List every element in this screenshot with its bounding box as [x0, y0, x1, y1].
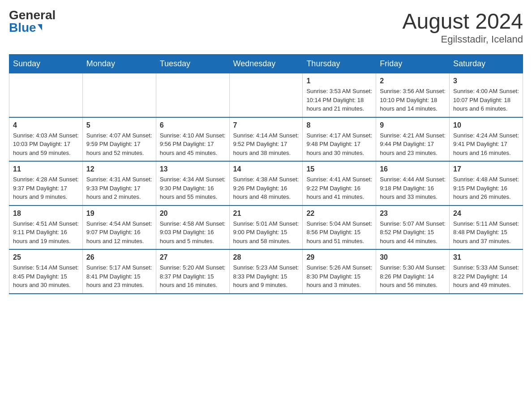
- calendar-cell: 1Sunrise: 3:53 AM Sunset: 10:14 PM Dayli…: [303, 73, 376, 117]
- day-info: Sunrise: 5:11 AM Sunset: 8:48 PM Dayligh…: [453, 219, 519, 246]
- day-info: Sunrise: 4:14 AM Sunset: 9:52 PM Dayligh…: [233, 131, 299, 158]
- calendar-week-2: 4Sunrise: 4:03 AM Sunset: 10:03 PM Dayli…: [9, 117, 523, 162]
- calendar-cell: 23Sunrise: 5:07 AM Sunset: 8:52 PM Dayli…: [376, 206, 450, 250]
- calendar-cell: 18Sunrise: 4:51 AM Sunset: 9:11 PM Dayli…: [9, 206, 83, 250]
- day-info: Sunrise: 5:01 AM Sunset: 9:00 PM Dayligh…: [233, 219, 299, 246]
- day-info: Sunrise: 3:53 AM Sunset: 10:14 PM Daylig…: [306, 87, 372, 113]
- calendar-table: SundayMondayTuesdayWednesdayThursdayFrid…: [9, 54, 523, 294]
- title-area: August 2024 Egilsstadir, Iceland: [402, 9, 523, 45]
- calendar-cell: [229, 73, 303, 117]
- day-number: 11: [13, 165, 79, 173]
- logo-blue-text: Blue: [9, 21, 42, 34]
- weekday-header-thursday: Thursday: [303, 55, 376, 73]
- day-number: 12: [86, 165, 152, 173]
- day-number: 7: [233, 121, 299, 129]
- day-number: 24: [453, 210, 519, 218]
- day-info: Sunrise: 5:26 AM Sunset: 8:30 PM Dayligh…: [306, 263, 372, 290]
- calendar-cell: 21Sunrise: 5:01 AM Sunset: 9:00 PM Dayli…: [229, 206, 303, 250]
- calendar-cell: 7Sunrise: 4:14 AM Sunset: 9:52 PM Daylig…: [229, 117, 303, 162]
- day-number: 29: [306, 253, 372, 261]
- day-info: Sunrise: 5:17 AM Sunset: 8:41 PM Dayligh…: [86, 263, 152, 290]
- day-info: Sunrise: 4:10 AM Sunset: 9:56 PM Dayligh…: [160, 131, 226, 158]
- day-info: Sunrise: 4:48 AM Sunset: 9:15 PM Dayligh…: [453, 175, 519, 201]
- calendar-cell: 6Sunrise: 4:10 AM Sunset: 9:56 PM Daylig…: [156, 117, 229, 162]
- day-info: Sunrise: 4:34 AM Sunset: 9:30 PM Dayligh…: [160, 175, 226, 201]
- calendar-cell: 15Sunrise: 4:41 AM Sunset: 9:22 PM Dayli…: [303, 161, 376, 206]
- calendar-cell: 29Sunrise: 5:26 AM Sunset: 8:30 PM Dayli…: [303, 249, 376, 294]
- day-info: Sunrise: 4:03 AM Sunset: 10:03 PM Daylig…: [13, 131, 79, 158]
- day-number: 20: [160, 210, 226, 218]
- weekday-header-monday: Monday: [82, 55, 156, 73]
- calendar-cell: 5Sunrise: 4:07 AM Sunset: 9:59 PM Daylig…: [82, 117, 156, 162]
- calendar-cell: [9, 73, 83, 117]
- logo: General Blue: [9, 9, 56, 34]
- day-info: Sunrise: 4:21 AM Sunset: 9:44 PM Dayligh…: [380, 131, 446, 158]
- calendar-week-1: 1Sunrise: 3:53 AM Sunset: 10:14 PM Dayli…: [9, 73, 523, 117]
- day-number: 17: [453, 165, 519, 173]
- day-number: 5: [86, 121, 152, 129]
- day-number: 18: [13, 210, 79, 218]
- day-info: Sunrise: 4:44 AM Sunset: 9:18 PM Dayligh…: [380, 175, 446, 201]
- day-info: Sunrise: 5:33 AM Sunset: 8:22 PM Dayligh…: [453, 263, 519, 290]
- calendar-cell: 28Sunrise: 5:23 AM Sunset: 8:33 PM Dayli…: [229, 249, 303, 294]
- day-info: Sunrise: 5:23 AM Sunset: 8:33 PM Dayligh…: [233, 263, 299, 290]
- day-number: 4: [13, 121, 79, 129]
- calendar-cell: 12Sunrise: 4:31 AM Sunset: 9:33 PM Dayli…: [82, 161, 156, 206]
- calendar-cell: 4Sunrise: 4:03 AM Sunset: 10:03 PM Dayli…: [9, 117, 83, 162]
- day-number: 26: [86, 253, 152, 261]
- day-info: Sunrise: 4:07 AM Sunset: 9:59 PM Dayligh…: [86, 131, 152, 158]
- day-number: 10: [453, 121, 519, 129]
- day-info: Sunrise: 4:24 AM Sunset: 9:41 PM Dayligh…: [453, 131, 519, 158]
- day-info: Sunrise: 5:30 AM Sunset: 8:26 PM Dayligh…: [380, 263, 446, 290]
- day-info: Sunrise: 4:54 AM Sunset: 9:07 PM Dayligh…: [86, 219, 152, 246]
- day-info: Sunrise: 4:51 AM Sunset: 9:11 PM Dayligh…: [13, 219, 79, 246]
- weekday-header-row: SundayMondayTuesdayWednesdayThursdayFrid…: [9, 55, 523, 73]
- day-number: 30: [380, 253, 446, 261]
- day-number: 31: [453, 253, 519, 261]
- day-number: 13: [160, 165, 226, 173]
- calendar-cell: 14Sunrise: 4:38 AM Sunset: 9:26 PM Dayli…: [229, 161, 303, 206]
- day-info: Sunrise: 5:20 AM Sunset: 8:37 PM Dayligh…: [160, 263, 226, 290]
- day-number: 16: [380, 165, 446, 173]
- month-title: August 2024: [402, 9, 523, 34]
- calendar-cell: 25Sunrise: 5:14 AM Sunset: 8:45 PM Dayli…: [9, 249, 83, 294]
- day-number: 6: [160, 121, 226, 129]
- day-number: 27: [160, 253, 226, 261]
- calendar-week-5: 25Sunrise: 5:14 AM Sunset: 8:45 PM Dayli…: [9, 249, 523, 294]
- calendar-cell: 26Sunrise: 5:17 AM Sunset: 8:41 PM Dayli…: [82, 249, 156, 294]
- day-info: Sunrise: 5:07 AM Sunset: 8:52 PM Dayligh…: [380, 219, 446, 246]
- calendar-cell: 19Sunrise: 4:54 AM Sunset: 9:07 PM Dayli…: [82, 206, 156, 250]
- day-info: Sunrise: 4:17 AM Sunset: 9:48 PM Dayligh…: [306, 131, 372, 158]
- calendar-week-4: 18Sunrise: 4:51 AM Sunset: 9:11 PM Dayli…: [9, 206, 523, 250]
- day-number: 23: [380, 210, 446, 218]
- calendar-cell: 17Sunrise: 4:48 AM Sunset: 9:15 PM Dayli…: [450, 161, 523, 206]
- calendar-cell: 9Sunrise: 4:21 AM Sunset: 9:44 PM Daylig…: [376, 117, 450, 162]
- day-info: Sunrise: 4:58 AM Sunset: 9:03 PM Dayligh…: [160, 219, 226, 246]
- day-info: Sunrise: 4:31 AM Sunset: 9:33 PM Dayligh…: [86, 175, 152, 201]
- day-info: Sunrise: 4:41 AM Sunset: 9:22 PM Dayligh…: [306, 175, 372, 201]
- day-info: Sunrise: 5:04 AM Sunset: 8:56 PM Dayligh…: [306, 219, 372, 246]
- calendar-cell: 31Sunrise: 5:33 AM Sunset: 8:22 PM Dayli…: [450, 249, 523, 294]
- calendar-cell: 3Sunrise: 4:00 AM Sunset: 10:07 PM Dayli…: [450, 73, 523, 117]
- day-info: Sunrise: 4:38 AM Sunset: 9:26 PM Dayligh…: [233, 175, 299, 201]
- day-number: 22: [306, 210, 372, 218]
- weekday-header-tuesday: Tuesday: [156, 55, 229, 73]
- day-number: 21: [233, 210, 299, 218]
- day-number: 25: [13, 253, 79, 261]
- day-number: 9: [380, 121, 446, 129]
- day-number: 19: [86, 210, 152, 218]
- calendar-cell: 8Sunrise: 4:17 AM Sunset: 9:48 PM Daylig…: [303, 117, 376, 162]
- weekday-header-sunday: Sunday: [9, 55, 83, 73]
- day-info: Sunrise: 4:00 AM Sunset: 10:07 PM Daylig…: [453, 87, 519, 113]
- calendar-cell: 30Sunrise: 5:30 AM Sunset: 8:26 PM Dayli…: [376, 249, 450, 294]
- page-header: General Blue August 2024 Egilsstadir, Ic…: [9, 9, 523, 45]
- calendar-cell: 27Sunrise: 5:20 AM Sunset: 8:37 PM Dayli…: [156, 249, 229, 294]
- weekday-header-friday: Friday: [376, 55, 450, 73]
- calendar-cell: 11Sunrise: 4:28 AM Sunset: 9:37 PM Dayli…: [9, 161, 83, 206]
- location: Egilsstadir, Iceland: [402, 34, 523, 45]
- logo-arrow-icon: [38, 24, 42, 30]
- calendar-cell: 24Sunrise: 5:11 AM Sunset: 8:48 PM Dayli…: [450, 206, 523, 250]
- day-number: 2: [380, 77, 446, 85]
- day-info: Sunrise: 3:56 AM Sunset: 10:10 PM Daylig…: [380, 87, 446, 113]
- calendar-cell: 13Sunrise: 4:34 AM Sunset: 9:30 PM Dayli…: [156, 161, 229, 206]
